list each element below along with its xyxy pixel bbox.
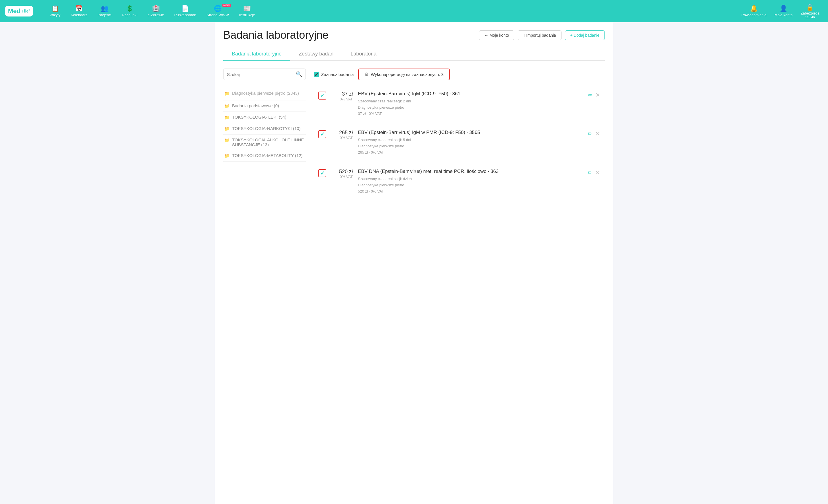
item-price-3: 520 zł 0% VAT [331, 169, 353, 179]
logo-med-text: Med [8, 7, 20, 15]
search-input[interactable] [227, 72, 296, 77]
price-vat-3: 0% VAT [331, 175, 353, 179]
tab-zestawy[interactable]: Zestawy badań [290, 48, 342, 60]
list-item: ✓ 520 zł 0% VAT EBV DNA (Epstein-Barr vi… [314, 163, 605, 200]
sidebar-item-diagnostyka[interactable]: 📁 Diagnostyka pierwsze piętro (2843) [223, 87, 306, 100]
sidebar: 🔍 📁 Diagnostyka pierwsze piętro (2843) 📁… [223, 68, 306, 201]
item-name-2: EBV (Epstein-Barr virus) IgM w PMR (ICD-… [358, 130, 583, 135]
item-edit-button-3[interactable]: ✏ [588, 169, 592, 176]
gear-icon: ⚙ [365, 72, 368, 77]
item-actions-3: ✏ ✕ [588, 169, 600, 176]
nav-moje-konto-label: Moje konto [775, 13, 793, 17]
nav-rachunki[interactable]: 💲 Rachunki [117, 5, 142, 17]
nav-powiadomienia[interactable]: 🔔 Powiadomienia [738, 5, 770, 17]
list-area: Zaznacz badania ⚙ Wykonaj operację na za… [314, 68, 605, 201]
item-checkbox-2[interactable]: ✓ [318, 130, 326, 138]
nav-rachunki-label: Rachunki [122, 13, 137, 17]
item-checkbox-3[interactable]: ✓ [318, 169, 326, 177]
nav-powiadomienia-label: Powiadomienia [741, 13, 767, 17]
nav-punkt-pobran-label: Punkt pobrań [174, 13, 196, 17]
item-detail-3: Szacowany czas realizacji: dzień Diagnos… [358, 176, 583, 194]
checkmark-icon-2: ✓ [320, 131, 325, 137]
item-info-1: EBV (Epstein-Barr virus) IgM (ICD-9: F50… [358, 91, 583, 117]
page-title: Badania laboratoryjne [223, 29, 329, 41]
sidebar-category-label-4: TOKSYKOLOGIA-NARKOTYKI (10) [232, 126, 301, 131]
sidebar-item-badania-podstawowe[interactable]: 📁 Badania podstawowe (0) [223, 100, 306, 112]
ezdrowie-icon: 🏥 [152, 5, 160, 12]
item-remove-button-1[interactable]: ✕ [595, 92, 600, 98]
nav-ezdrowie-label: e-Zdrowie [148, 13, 164, 17]
nav-security[interactable]: 🔒 Zabezpiecz 119:46 [797, 4, 823, 19]
item-actions-2: ✏ ✕ [588, 130, 600, 137]
item-price-detail-2: 265 zł · 0% VAT [358, 150, 384, 154]
pacjenci-icon: 👥 [101, 5, 109, 12]
rachunki-icon: 💲 [126, 5, 133, 12]
item-remove-button-2[interactable]: ✕ [595, 130, 600, 137]
sidebar-category-label-3: TOKSYKOLOGIA- LEKI (54) [232, 114, 286, 120]
sidebar-item-toksykologia-narkotyki[interactable]: 📁 TOKSYKOLOGIA-NARKOTYKI (10) [223, 123, 306, 135]
item-location-2: Diagnostyka pierwsze piętro [358, 144, 404, 148]
price-vat-1: 0% VAT [331, 97, 353, 101]
price-main-1: 37 zł [331, 91, 353, 97]
nav-pacjenci[interactable]: 👥 Pacjenci [92, 5, 117, 17]
nav-kalendarz[interactable]: 📅 Kalendarz [66, 5, 92, 17]
nav-items: 📋 Wizyty 📅 Kalendarz 👥 Pacjenci 💲 Rachun… [44, 5, 738, 17]
item-time-1: Szacowany czas realizacji: 2 dni [358, 99, 411, 103]
nav-punkt-pobran[interactable]: 📄 Punkt pobrań [169, 5, 201, 17]
item-actions-1: ✏ ✕ [588, 92, 600, 98]
item-checkbox-1[interactable]: ✓ [318, 92, 326, 99]
item-price-1: 37 zł 0% VAT [331, 91, 353, 101]
nav-strona-www[interactable]: NEW 🌐 Strona WWW [201, 5, 234, 17]
item-location-3: Diagnostyka pierwsze piętro [358, 183, 404, 187]
punkt-pobran-icon: 📄 [181, 5, 189, 12]
operate-button[interactable]: ⚙ Wykonaj operację na zaznaczonych: 3 [358, 68, 450, 80]
nav-wizyty[interactable]: 📋 Wizyty [44, 5, 66, 17]
sidebar-item-toksykologia-leki[interactable]: 📁 TOKSYKOLOGIA- LEKI (54) [223, 112, 306, 123]
sidebar-item-toksykologia-alkohole[interactable]: 📁 TOKSYKOLOGIA-ALKOHOLE I INNE SUBSTANCJ… [223, 135, 306, 150]
list-controls: Zaznacz badania ⚙ Wykonaj operację na za… [314, 68, 605, 80]
new-badge: NEW [222, 4, 232, 7]
list-item: ✓ 265 zł 0% VAT EBV (Epstein-Barr virus)… [314, 124, 605, 161]
import-button[interactable]: ↑ Importuj badania [518, 31, 561, 40]
item-price-detail-3: 520 zł · 0% VAT [358, 189, 384, 193]
nav-instrukcje[interactable]: 📰 Instrukcje [234, 5, 260, 17]
nav-moje-konto[interactable]: 👤 Moje konto [771, 5, 796, 17]
operate-label: Wykonaj operację na zaznaczonych: 3 [371, 72, 444, 77]
sidebar-category-label-5: TOKSYKOLOGIA-ALKOHOLE I INNE SUBSTANCJE … [232, 137, 305, 147]
item-detail-2: Szacowany czas realizacji: 5 dni Diagnos… [358, 137, 583, 155]
tab-badania[interactable]: Badania laboratoryjne [223, 48, 290, 60]
item-info-2: EBV (Epstein-Barr virus) IgM w PMR (ICD-… [358, 130, 583, 155]
nav-wizyty-label: Wizyty [49, 13, 60, 17]
nav-security-label: Zabezpiecz [801, 11, 820, 15]
sidebar-category-label-6: TOKSYKOLOGIA-METABOLITY (12) [232, 153, 303, 158]
logo[interactable]: Med File® [5, 6, 36, 16]
page-container: Badania laboratoryjne ← Moje konto ↑ Imp… [215, 22, 613, 504]
sidebar-category-label: Diagnostyka pierwsze piętro (2843) [232, 91, 299, 96]
content-area: 🔍 📁 Diagnostyka pierwsze piętro (2843) 📁… [223, 68, 605, 201]
item-time-3: Szacowany czas realizacji: dzień [358, 177, 412, 181]
select-all-label[interactable]: Zaznacz badania [314, 72, 354, 77]
checkmark-icon-3: ✓ [320, 170, 325, 176]
search-icon: 🔍 [296, 71, 302, 77]
logo-file-text: File® [22, 9, 30, 13]
folder-icon-3: 📁 [224, 115, 230, 120]
item-time-2: Szacowany czas realizacji: 5 dni [358, 138, 411, 142]
sidebar-category-label-2: Badania podstawowe (0) [232, 103, 279, 108]
item-location-1: Diagnostyka pierwsze piętro [358, 105, 404, 109]
my-account-button[interactable]: ← Moje konto [479, 31, 514, 40]
wizyty-icon: 📋 [51, 5, 59, 12]
item-edit-button-2[interactable]: ✏ [588, 130, 592, 137]
tab-laboratoria[interactable]: Laboratoria [342, 48, 385, 60]
price-main-2: 265 zł [331, 130, 353, 136]
add-button[interactable]: + Dodaj badanie [565, 31, 605, 40]
instrukcje-icon: 📰 [243, 5, 251, 12]
select-all-checkbox[interactable] [314, 72, 319, 77]
item-price-detail-1: 37 zł · 0% VAT [358, 111, 382, 116]
item-remove-button-3[interactable]: ✕ [595, 169, 600, 176]
sidebar-item-toksykologia-metabolity[interactable]: 📁 TOKSYKOLOGIA-METABOLITY (12) [223, 150, 306, 162]
page-header: Badania laboratoryjne ← Moje konto ↑ Imp… [223, 29, 605, 41]
nav-kalendarz-label: Kalendarz [71, 13, 87, 17]
header-actions: ← Moje konto ↑ Importuj badania + Dodaj … [479, 31, 605, 40]
item-edit-button-1[interactable]: ✏ [588, 92, 592, 98]
nav-ezdrowie[interactable]: 🏥 e-Zdrowie [142, 5, 169, 17]
